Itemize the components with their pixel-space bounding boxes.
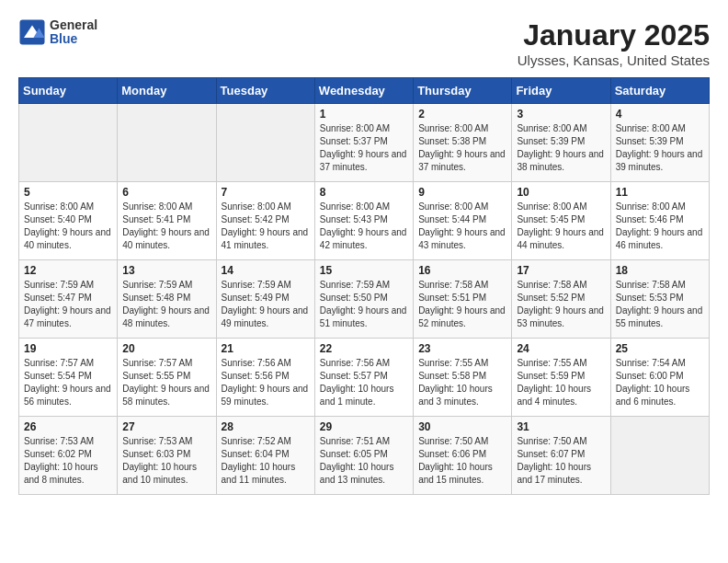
day-info: Sunrise: 7:51 AM Sunset: 6:05 PM Dayligh… [320,435,408,487]
calendar-subtitle: Ulysses, Kansas, United States [518,52,710,68]
day-cell: 25Sunrise: 7:54 AM Sunset: 6:00 PM Dayli… [610,339,709,417]
day-number: 20 [122,342,210,355]
day-info: Sunrise: 7:57 AM Sunset: 5:55 PM Dayligh… [122,357,210,408]
day-info: Sunrise: 8:00 AM Sunset: 5:39 PM Dayligh… [517,122,605,174]
day-info: Sunrise: 8:00 AM Sunset: 5:40 PM Dayligh… [24,201,112,252]
day-cell [216,104,314,182]
day-number: 22 [320,342,408,355]
day-cell: 8Sunrise: 8:00 AM Sunset: 5:43 PM Daylig… [314,182,413,260]
day-cell: 3Sunrise: 8:00 AM Sunset: 5:39 PM Daylig… [512,104,610,182]
day-cell: 30Sunrise: 7:50 AM Sunset: 6:06 PM Dayli… [414,417,512,495]
day-number: 7 [222,186,310,199]
week-row-2: 5Sunrise: 8:00 AM Sunset: 5:40 PM Daylig… [19,182,710,260]
day-number: 25 [616,342,704,355]
day-cell: 2Sunrise: 8:00 AM Sunset: 5:38 PM Daylig… [414,104,512,182]
day-info: Sunrise: 7:50 AM Sunset: 6:06 PM Dayligh… [418,435,506,487]
week-row-3: 12Sunrise: 7:59 AM Sunset: 5:47 PM Dayli… [19,260,710,339]
day-cell: 23Sunrise: 7:55 AM Sunset: 5:58 PM Dayli… [414,339,512,417]
day-cell: 5Sunrise: 8:00 AM Sunset: 5:40 PM Daylig… [19,182,118,260]
day-cell: 15Sunrise: 7:59 AM Sunset: 5:50 PM Dayli… [314,260,413,339]
day-number: 15 [320,264,408,277]
day-cell: 27Sunrise: 7:53 AM Sunset: 6:03 PM Dayli… [118,417,216,495]
day-cell: 21Sunrise: 7:56 AM Sunset: 5:56 PM Dayli… [216,339,314,417]
day-number: 29 [320,420,408,433]
header-row: SundayMondayTuesdayWednesdayThursdayFrid… [19,78,710,104]
day-number: 30 [418,420,506,433]
day-info: Sunrise: 8:00 AM Sunset: 5:43 PM Dayligh… [320,201,408,252]
day-info: Sunrise: 8:00 AM Sunset: 5:46 PM Dayligh… [616,201,704,252]
logo-text: General Blue [50,18,97,47]
calendar-header: SundayMondayTuesdayWednesdayThursdayFrid… [19,78,710,104]
calendar-body: 1Sunrise: 8:00 AM Sunset: 5:37 PM Daylig… [19,104,710,495]
day-cell: 7Sunrise: 8:00 AM Sunset: 5:42 PM Daylig… [216,182,314,260]
day-cell: 13Sunrise: 7:59 AM Sunset: 5:48 PM Dayli… [118,260,216,339]
logo-icon [18,18,46,46]
day-cell [19,104,118,182]
day-info: Sunrise: 8:00 AM Sunset: 5:37 PM Dayligh… [320,122,408,174]
day-info: Sunrise: 7:50 AM Sunset: 6:07 PM Dayligh… [517,435,605,487]
day-info: Sunrise: 7:58 AM Sunset: 5:51 PM Dayligh… [418,279,506,330]
day-number: 31 [517,420,605,433]
day-cell: 9Sunrise: 8:00 AM Sunset: 5:44 PM Daylig… [414,182,512,260]
day-cell [118,104,216,182]
day-cell: 20Sunrise: 7:57 AM Sunset: 5:55 PM Dayli… [118,339,216,417]
day-cell: 17Sunrise: 7:58 AM Sunset: 5:52 PM Dayli… [512,260,610,339]
day-cell: 6Sunrise: 8:00 AM Sunset: 5:41 PM Daylig… [118,182,216,260]
day-info: Sunrise: 7:54 AM Sunset: 6:00 PM Dayligh… [616,357,704,408]
day-cell: 18Sunrise: 7:58 AM Sunset: 5:53 PM Dayli… [610,260,709,339]
day-number: 5 [24,186,112,199]
day-cell: 28Sunrise: 7:52 AM Sunset: 6:04 PM Dayli… [216,417,314,495]
title-area: January 2025 Ulysses, Kansas, United Sta… [518,18,710,68]
day-number: 4 [616,108,704,121]
day-info: Sunrise: 7:55 AM Sunset: 5:59 PM Dayligh… [517,357,605,408]
day-number: 23 [418,342,506,355]
logo: General Blue [18,18,97,47]
day-info: Sunrise: 7:57 AM Sunset: 5:54 PM Dayligh… [24,357,112,408]
day-cell: 19Sunrise: 7:57 AM Sunset: 5:54 PM Dayli… [19,339,118,417]
header-cell-monday: Monday [118,78,216,104]
week-row-1: 1Sunrise: 8:00 AM Sunset: 5:37 PM Daylig… [19,104,710,182]
day-number: 19 [24,342,112,355]
day-number: 11 [616,186,704,199]
day-info: Sunrise: 7:59 AM Sunset: 5:50 PM Dayligh… [320,279,408,330]
header-cell-saturday: Saturday [610,78,709,104]
day-number: 26 [24,420,112,433]
day-number: 6 [122,186,210,199]
day-cell: 11Sunrise: 8:00 AM Sunset: 5:46 PM Dayli… [610,182,709,260]
header-cell-friday: Friday [512,78,610,104]
day-number: 27 [122,420,210,433]
day-number: 2 [418,108,506,121]
day-cell: 10Sunrise: 8:00 AM Sunset: 5:45 PM Dayli… [512,182,610,260]
day-info: Sunrise: 7:58 AM Sunset: 5:52 PM Dayligh… [517,279,605,330]
day-info: Sunrise: 7:58 AM Sunset: 5:53 PM Dayligh… [616,279,704,330]
day-cell: 12Sunrise: 7:59 AM Sunset: 5:47 PM Dayli… [19,260,118,339]
week-row-5: 26Sunrise: 7:53 AM Sunset: 6:02 PM Dayli… [19,417,710,495]
day-info: Sunrise: 7:59 AM Sunset: 5:47 PM Dayligh… [24,279,112,330]
day-info: Sunrise: 7:59 AM Sunset: 5:48 PM Dayligh… [122,279,210,330]
logo-general-label: General [50,18,97,32]
day-info: Sunrise: 8:00 AM Sunset: 5:42 PM Dayligh… [222,201,310,252]
day-cell: 29Sunrise: 7:51 AM Sunset: 6:05 PM Dayli… [314,417,413,495]
day-info: Sunrise: 7:59 AM Sunset: 5:49 PM Dayligh… [222,279,310,330]
day-number: 16 [418,264,506,277]
day-info: Sunrise: 8:00 AM Sunset: 5:45 PM Dayligh… [517,201,605,252]
day-number: 9 [418,186,506,199]
day-info: Sunrise: 7:52 AM Sunset: 6:04 PM Dayligh… [222,435,310,487]
day-cell [610,417,709,495]
header-cell-sunday: Sunday [19,78,118,104]
day-number: 8 [320,186,408,199]
day-number: 21 [222,342,310,355]
day-info: Sunrise: 8:00 AM Sunset: 5:38 PM Dayligh… [418,122,506,174]
day-info: Sunrise: 7:55 AM Sunset: 5:58 PM Dayligh… [418,357,506,408]
day-cell: 1Sunrise: 8:00 AM Sunset: 5:37 PM Daylig… [314,104,413,182]
day-number: 12 [24,264,112,277]
day-info: Sunrise: 8:00 AM Sunset: 5:44 PM Dayligh… [418,201,506,252]
day-number: 14 [222,264,310,277]
day-number: 18 [616,264,704,277]
day-info: Sunrise: 8:00 AM Sunset: 5:39 PM Dayligh… [616,122,704,174]
calendar-table: SundayMondayTuesdayWednesdayThursdayFrid… [18,77,710,495]
day-number: 3 [517,108,605,121]
day-info: Sunrise: 7:56 AM Sunset: 5:56 PM Dayligh… [222,357,310,408]
day-cell: 16Sunrise: 7:58 AM Sunset: 5:51 PM Dayli… [414,260,512,339]
day-cell: 31Sunrise: 7:50 AM Sunset: 6:07 PM Dayli… [512,417,610,495]
